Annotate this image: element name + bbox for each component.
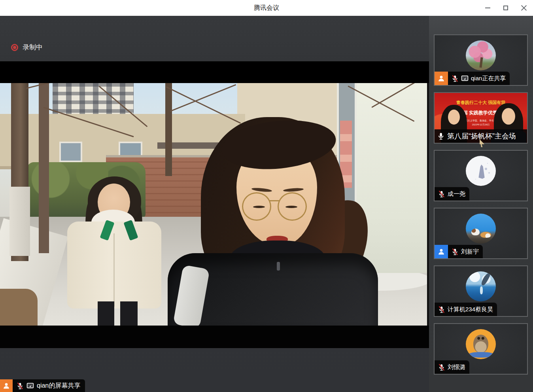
recording-indicator: 录制中 [11,43,43,52]
participant-label: 成一尧 [435,187,469,201]
participant-tile[interactable]: 青春践行二十大 强国有我 第八届 实践教学优秀 大赛 思主义学院、教务处、学生处… [434,92,528,144]
tencent-meeting-window: 腾讯会议 录制中 [0,0,533,392]
shared-video-frame [0,83,429,326]
close-icon [521,5,527,11]
mic-on-icon [437,132,445,140]
screen-share-icon [461,75,469,82]
participant-avatar [466,156,496,186]
letterbox-top [0,61,429,83]
shared-screen-stage: 录制中 [0,16,429,392]
participant-name: 计算机234蔡良昊 [448,306,493,313]
recording-label: 录制中 [23,43,43,52]
mic-muted-icon [16,382,24,390]
participant-tile[interactable]: 刘憬潞 [434,323,528,375]
mic-muted-icon [451,75,459,82]
participant-name: 第八届“扬帆杯”主会场 [447,131,516,141]
scene-dirt [0,289,38,326]
person-icon [437,74,445,82]
person-icon [2,382,10,390]
maximize-icon [503,6,508,10]
mic-muted-icon [451,248,459,256]
participant-avatar [466,40,496,70]
participant-label: 刘新宇 [435,245,483,258]
participant-name: 刘新宇 [461,248,479,256]
maximize-button[interactable] [497,0,515,16]
mic-muted-icon [438,364,445,371]
scene-tree-trunk [165,83,172,176]
recording-dot-icon [11,44,18,51]
user-status-icon [435,245,448,258]
participant-tile[interactable]: 刘新宇 [434,208,528,259]
minimize-button[interactable] [478,0,497,16]
participant-name: qian正在共享 [471,75,506,82]
participant-name: 刘憬潞 [448,364,465,371]
presenter-status-icon [0,379,13,392]
screen-share-icon [26,382,34,390]
scene-window [59,142,82,162]
participant-tile[interactable]: 计算机234蔡良昊 [434,265,528,317]
letterbox-bottom [0,326,429,348]
close-button[interactable] [515,0,533,16]
scene-right-building [356,83,428,273]
participant-tiles: qian正在共享 青春践行二十大 强国有我 第八届 实践教学优秀 大赛 思主义学… [434,34,528,375]
share-label-text: qian的屏幕共享 [37,382,80,390]
participant-label: qian正在共享 [435,72,510,85]
titlebar: 腾讯会议 [0,0,533,16]
minimize-icon [485,8,490,8]
scene-tree-trunk-painted [9,187,30,256]
mic-muted-icon [438,306,445,313]
active-share-label: qian的屏幕共享 [0,379,85,392]
participant-avatar [466,214,496,244]
window-title: 腾讯会议 [254,4,279,12]
presenter-status-icon [435,72,448,85]
participant-name: 成一尧 [448,190,465,198]
participant-label: 刘憬潞 [435,360,469,374]
participant-tile[interactable]: qian正在共享 [434,34,528,86]
participant-avatar [466,271,496,301]
participants-sidebar: qian正在共享 青春践行二十大 强国有我 第八届 实践教学优秀 大赛 思主义学… [429,16,533,392]
meeting-content: 录制中 [0,16,533,392]
participant-label: 计算机234蔡良昊 [435,303,497,316]
participant-avatar [466,329,496,359]
participant-tile[interactable]: 成一尧 [434,150,528,201]
window-controls [478,0,533,16]
mic-muted-icon [438,190,445,198]
person-icon [437,248,445,256]
